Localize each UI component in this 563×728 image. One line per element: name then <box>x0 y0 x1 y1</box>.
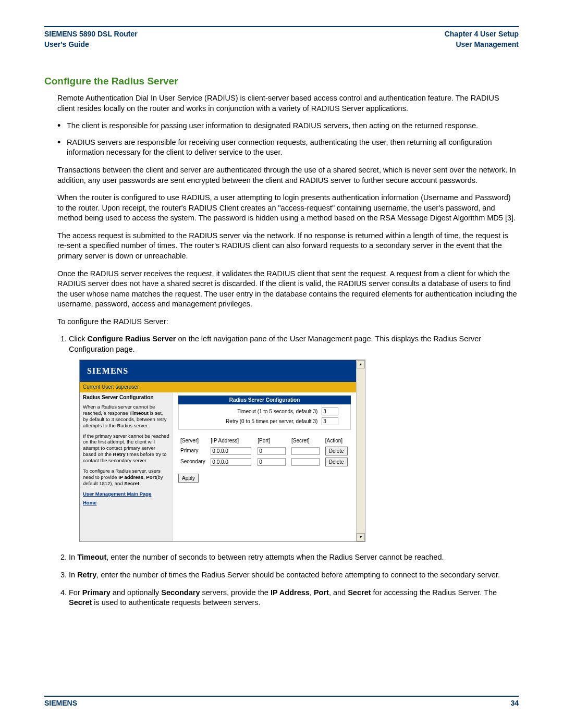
section-title: Configure the Radius Server <box>44 76 519 87</box>
radius-config-screenshot: SIEMENS Current User: superuser Radius S… <box>79 360 365 542</box>
step-1: Click Configure Radius Server on the lef… <box>69 334 519 542</box>
table-row: Primary Delete <box>178 446 351 456</box>
header-rule <box>44 26 519 27</box>
step-3: In Retry, enter the number of times the … <box>69 570 519 581</box>
body-paragraph: To configure the RADIUS Server: <box>57 317 519 327</box>
user-management-main-link[interactable]: User Management Main Page <box>83 491 169 497</box>
primary-delete-button[interactable]: Delete <box>325 447 348 455</box>
header-product: SIEMENS 5890 DSL Router <box>44 29 138 40</box>
secondary-secret-input[interactable] <box>291 458 320 466</box>
config-panel-header: Radius Server Configuration <box>178 396 351 405</box>
scroll-up-icon[interactable]: ▴ <box>357 360 365 368</box>
scrollbar[interactable]: ▴ ▾ <box>356 360 365 541</box>
footer-page-number: 34 <box>510 699 519 707</box>
footer-rule <box>44 696 519 697</box>
body-paragraph: When the router is configured to use RAD… <box>57 193 519 224</box>
secondary-port-input[interactable] <box>258 458 286 466</box>
header-chapter: Chapter 4 User Setup <box>445 29 519 40</box>
table-row: Secondary Delete <box>178 456 351 467</box>
scroll-down-icon[interactable]: ▾ <box>357 533 365 541</box>
bullet-item: The client is responsible for passing us… <box>67 121 519 131</box>
body-paragraph: The access request is submitted to the R… <box>57 231 519 262</box>
body-paragraph: Once the RADIUS server receives the requ… <box>57 269 519 310</box>
col-action: [Action] <box>323 436 351 446</box>
col-ip: [IP Address] <box>209 436 255 446</box>
header-guide: User's Guide <box>44 40 138 50</box>
sidebar-help-text: When a Radius server cannot be reached, … <box>83 404 169 429</box>
primary-port-input[interactable] <box>258 447 286 455</box>
retry-label: Retry (0 to 5 times per server, default … <box>179 416 320 426</box>
bullet-item: RADIUS servers are responsible for recei… <box>67 138 519 158</box>
secondary-delete-button[interactable]: Delete <box>325 458 348 466</box>
header-subsection: User Management <box>445 40 519 50</box>
current-user-bar: Current User: superuser <box>80 382 356 392</box>
timeout-input[interactable] <box>322 408 338 415</box>
primary-ip-input[interactable] <box>211 447 251 455</box>
retry-input[interactable] <box>322 417 338 425</box>
page-footer: SIEMENS 34 <box>44 692 519 707</box>
apply-button[interactable]: Apply <box>178 474 199 483</box>
intro-paragraph: Remote Authentication Dial In User Servi… <box>57 93 519 114</box>
col-port: [Port] <box>255 436 289 446</box>
timeout-label: Timeout (1 to 5 seconds, default 3) <box>179 406 320 416</box>
embed-brand-header: SIEMENS <box>80 360 356 382</box>
embed-sidebar: Radius Server Configuration When a Radiu… <box>80 392 173 542</box>
col-server: [Server] <box>178 436 209 446</box>
page-header: SIEMENS 5890 DSL Router User's Guide Cha… <box>44 29 519 50</box>
home-link[interactable]: Home <box>83 500 169 506</box>
secondary-ip-input[interactable] <box>211 458 251 466</box>
server-label-primary: Primary <box>178 446 209 456</box>
step-4: For Primary and optionally Secondary ser… <box>69 588 519 608</box>
embed-main: Radius Server Configuration Timeout (1 t… <box>173 392 356 542</box>
col-secret: [Secret] <box>289 436 323 446</box>
footer-brand: SIEMENS <box>44 699 77 707</box>
sidebar-title: Radius Server Configuration <box>83 394 169 401</box>
sidebar-help-text: If the primary server cannot be reached … <box>83 433 169 464</box>
server-label-secondary: Secondary <box>178 456 209 467</box>
sidebar-help-text: To configure a Radius server, users need… <box>83 468 169 487</box>
body-paragraph: Transactions between the client and serv… <box>57 165 519 186</box>
step-2: In Timeout, enter the number of seconds … <box>69 552 519 563</box>
primary-secret-input[interactable] <box>291 447 320 455</box>
